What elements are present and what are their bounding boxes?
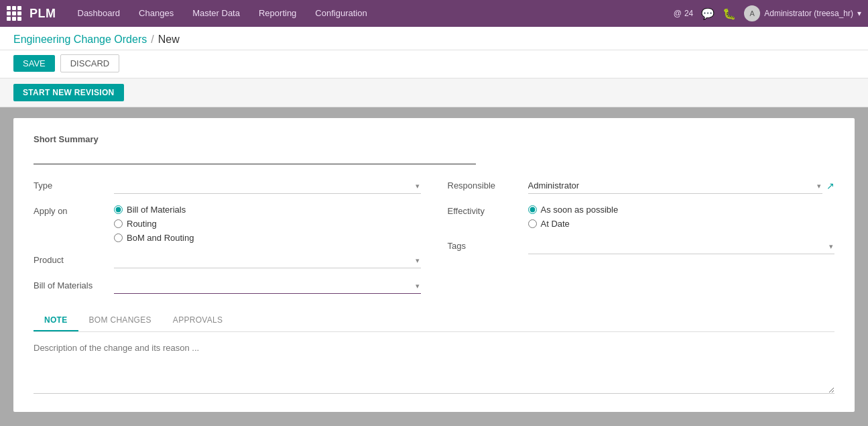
- effectivity-asap-label: As soon as possible: [541, 205, 619, 215]
- notification-badge[interactable]: @ 24: [674, 9, 694, 18]
- at-icon: @: [674, 9, 682, 18]
- apply-on-bom-routing[interactable]: BoM and Routing: [114, 233, 194, 243]
- tab-approvals[interactable]: APPROVALS: [162, 310, 234, 331]
- type-control: ▾: [114, 178, 421, 194]
- type-label: Type: [34, 178, 107, 191]
- breadcrumb-separator: /: [151, 34, 153, 46]
- apply-on-bom-routing-radio[interactable]: [114, 233, 123, 242]
- nav-changes[interactable]: Changes: [129, 0, 183, 27]
- user-menu[interactable]: A Administrator (treesa_hr) ▾: [744, 5, 861, 21]
- type-select[interactable]: [114, 178, 421, 194]
- note-textarea[interactable]: [34, 340, 834, 394]
- grid-icon: [7, 6, 21, 21]
- effectivity-label: Effectivity: [448, 203, 521, 216]
- tags-label: Tags: [448, 238, 521, 251]
- main-menu: Dashboard Changes Master Data Reporting …: [68, 0, 377, 27]
- nav-dashboard[interactable]: Dashboard: [68, 0, 130, 27]
- type-row: Type ▾: [34, 178, 421, 194]
- chat-icon[interactable]: 💬: [701, 7, 715, 20]
- effectivity-at-date[interactable]: At Date: [528, 219, 619, 229]
- responsible-external-link-icon[interactable]: ↗: [826, 180, 834, 191]
- badge-count: 24: [684, 9, 693, 18]
- breadcrumb: Engineering Change Orders / New: [0, 27, 868, 50]
- save-button[interactable]: SAVE: [13, 55, 55, 72]
- top-navigation: PLM Dashboard Changes Master Data Report…: [0, 0, 868, 27]
- apply-on-routing[interactable]: Routing: [114, 219, 194, 229]
- responsible-select[interactable]: Administrator: [528, 178, 823, 194]
- bom-label: Bill of Materials: [34, 278, 107, 290]
- main-content: Short Summary Type ▾ Apply o: [0, 107, 868, 423]
- action-bar: SAVE DISCARD: [0, 50, 868, 78]
- discard-button[interactable]: DISCARD: [60, 54, 120, 72]
- product-control: ▾: [114, 252, 421, 268]
- product-select[interactable]: [114, 252, 421, 268]
- apply-on-bom[interactable]: Bill of Materials: [114, 205, 194, 215]
- bom-select[interactable]: [114, 278, 421, 294]
- app-brand: PLM: [29, 7, 56, 21]
- effectivity-asap-radio[interactable]: [528, 205, 537, 214]
- apply-on-bom-label: Bill of Materials: [127, 205, 186, 215]
- bug-icon[interactable]: 🐛: [723, 7, 736, 20]
- tab-bom-changes[interactable]: BOM CHANGES: [78, 310, 162, 331]
- topnav-right: @ 24 💬 🐛 A Administrator (treesa_hr) ▾: [674, 5, 861, 21]
- short-summary-label: Short Summary: [34, 134, 834, 144]
- apply-on-bom-radio[interactable]: [114, 205, 123, 214]
- product-row: Product ▾: [34, 252, 421, 268]
- tabs-bar: NOTE BOM CHANGES APPROVALS: [34, 310, 834, 332]
- apply-on-label: Apply on: [34, 203, 107, 216]
- responsible-label: Responsible: [448, 178, 521, 191]
- tags-row: Tags ▾: [448, 238, 835, 254]
- user-dropdown-icon: ▾: [857, 9, 861, 18]
- form-left: Type ▾ Apply on Bill of Materials: [34, 178, 421, 294]
- apply-on-row: Apply on Bill of Materials Routing Bo: [34, 203, 421, 243]
- app-grid-menu[interactable]: [7, 6, 21, 21]
- avatar: A: [744, 5, 760, 21]
- start-revision-button[interactable]: START NEW REVISION: [13, 84, 124, 101]
- apply-on-radio-group: Bill of Materials Routing BoM and Routin…: [114, 203, 194, 243]
- nav-master-data[interactable]: Master Data: [183, 0, 249, 27]
- nav-reporting[interactable]: Reporting: [249, 0, 306, 27]
- revision-bar: START NEW REVISION: [0, 78, 868, 107]
- bom-row: Bill of Materials ▾: [34, 278, 421, 294]
- effectivity-asap[interactable]: As soon as possible: [528, 205, 619, 215]
- breadcrumb-current: New: [158, 34, 180, 46]
- product-label: Product: [34, 252, 107, 265]
- form-card: Short Summary Type ▾ Apply o: [13, 118, 855, 412]
- user-label: Administrator (treesa_hr): [764, 9, 853, 18]
- effectivity-at-date-label: At Date: [541, 219, 570, 229]
- apply-on-routing-label: Routing: [127, 219, 157, 229]
- tags-control: ▾: [528, 238, 835, 254]
- effectivity-radio-group: As soon as possible At Date: [528, 203, 619, 229]
- responsible-row: Responsible Administrator ▾ ↗: [448, 178, 835, 194]
- tags-select[interactable]: [528, 238, 835, 254]
- short-summary-input[interactable]: [34, 148, 476, 164]
- breadcrumb-link[interactable]: Engineering Change Orders: [13, 34, 147, 46]
- form-grid: Type ▾ Apply on Bill of Materials: [34, 178, 834, 294]
- note-area: [34, 340, 834, 396]
- tab-note[interactable]: NOTE: [34, 310, 78, 331]
- bom-control: ▾: [114, 278, 421, 294]
- effectivity-at-date-radio[interactable]: [528, 219, 537, 228]
- responsible-control: Administrator ▾ ↗: [528, 178, 835, 194]
- nav-configuration[interactable]: Configuration: [306, 0, 376, 27]
- apply-on-routing-radio[interactable]: [114, 219, 123, 228]
- effectivity-row: Effectivity As soon as possible At Date: [448, 203, 835, 229]
- apply-on-bom-routing-label: BoM and Routing: [127, 233, 194, 243]
- form-right: Responsible Administrator ▾ ↗ Effectivit…: [448, 178, 835, 294]
